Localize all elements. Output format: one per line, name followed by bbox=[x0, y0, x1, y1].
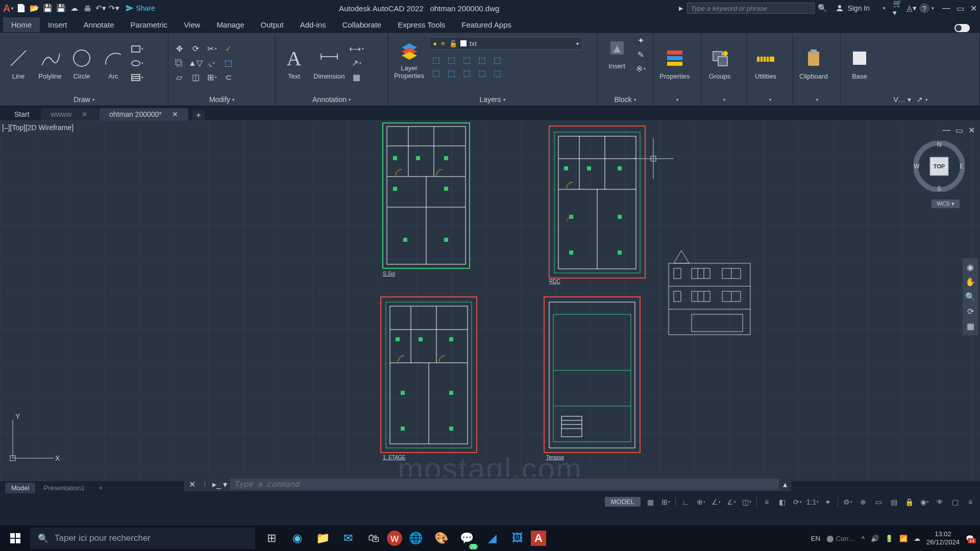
modelspace-toggle[interactable]: MODEL bbox=[605, 497, 641, 507]
tray-volume-icon[interactable]: 🔊 bbox=[871, 535, 879, 542]
utilities-button[interactable]: Utilities bbox=[751, 45, 780, 81]
panel-label-draw[interactable]: Draw bbox=[0, 93, 168, 106]
groups-button[interactable]: Groups bbox=[705, 45, 734, 81]
new-tab-button[interactable]: + bbox=[192, 110, 205, 120]
cmd-history-icon[interactable]: ▴ bbox=[779, 480, 791, 489]
text-tool[interactable]: AText bbox=[280, 45, 308, 81]
panel-label-view[interactable]: V… ▾ ↗ bbox=[841, 93, 979, 106]
tray-overflow-icon[interactable]: ^ bbox=[862, 535, 865, 542]
tab-parametric[interactable]: Parametric bbox=[122, 17, 176, 32]
tab-view[interactable]: View bbox=[176, 17, 208, 32]
insert-button[interactable]: Insert bbox=[603, 35, 631, 74]
edit-attr-icon[interactable]: ※ bbox=[634, 63, 648, 74]
open-icon[interactable]: 📂 bbox=[29, 3, 40, 14]
ortho-icon[interactable]: ∟ bbox=[680, 496, 691, 508]
panel-label-layers[interactable]: Layers bbox=[388, 93, 597, 106]
workspace-icon[interactable]: ⚙ bbox=[842, 496, 853, 508]
grid-icon[interactable]: ▦ bbox=[645, 496, 656, 508]
base-button[interactable]: Base bbox=[845, 45, 874, 81]
layer-properties-button[interactable]: Layer Properties bbox=[392, 37, 426, 81]
orbit-icon[interactable]: ⟳ bbox=[967, 307, 974, 316]
create-block-icon[interactable]: ✦ bbox=[634, 35, 648, 46]
tab-insert[interactable]: Insert bbox=[40, 17, 76, 32]
tab-featured[interactable]: Featured Apps bbox=[453, 17, 520, 32]
undo-icon[interactable]: ↶▾ bbox=[95, 3, 106, 14]
viewcube[interactable]: TOP N E S W bbox=[914, 141, 965, 192]
cart-icon[interactable]: 🛒▾ bbox=[893, 3, 904, 14]
help-search-input[interactable]: Type a keyword or phrase bbox=[687, 3, 815, 14]
model-tab[interactable]: Model bbox=[5, 483, 35, 493]
paint-icon[interactable]: 🎨 bbox=[429, 526, 453, 550]
offset-icon[interactable]: ⊂ bbox=[222, 72, 235, 83]
tab-close-icon[interactable]: ✕ bbox=[82, 110, 88, 118]
store-icon[interactable]: 🛍 bbox=[361, 526, 386, 550]
command-line[interactable]: ✕ ⁝ ▸_ ▾ ▴ bbox=[184, 477, 791, 491]
properties-button[interactable]: Properties bbox=[657, 45, 692, 81]
panel-label-annotation[interactable]: Annotation bbox=[276, 93, 387, 106]
tab-annotate[interactable]: Annotate bbox=[76, 17, 122, 32]
panel-label-modify[interactable]: Modify bbox=[168, 93, 275, 106]
showmotion-icon[interactable]: ▦ bbox=[967, 321, 974, 331]
panel-dd-clipboard[interactable] bbox=[793, 93, 841, 106]
rectangle-icon[interactable] bbox=[131, 43, 144, 55]
mail-icon[interactable]: ✉ bbox=[336, 526, 360, 550]
app-blue-icon[interactable]: ◢ bbox=[480, 526, 504, 550]
layer-tool-9[interactable]: ⬚ bbox=[475, 67, 488, 79]
notification-center-icon[interactable]: 💬14 bbox=[966, 535, 974, 542]
layer-tool-5[interactable]: ⬚ bbox=[491, 54, 504, 65]
tab-addins[interactable]: Add-ins bbox=[292, 17, 334, 32]
app-logo[interactable]: A bbox=[3, 3, 13, 14]
vp-maximize-icon[interactable]: ▭ bbox=[955, 126, 963, 135]
layer-tool-3[interactable]: ⬚ bbox=[460, 54, 473, 65]
pan-icon[interactable]: ✋ bbox=[965, 277, 975, 287]
cmd-drag-handle[interactable]: ⁝ bbox=[201, 480, 209, 489]
explorer-icon[interactable]: 📁 bbox=[310, 526, 335, 550]
file-tab-wwww[interactable]: wwww✕ bbox=[41, 108, 98, 120]
tab-manage[interactable]: Manage bbox=[208, 17, 252, 32]
tab-home[interactable]: Home bbox=[3, 17, 40, 32]
clipboard-button[interactable]: Clipboard bbox=[797, 45, 830, 81]
scale-icon[interactable]: ◫ bbox=[189, 72, 202, 83]
layer-tool-7[interactable]: ⬚ bbox=[445, 67, 458, 79]
vp-close-icon[interactable]: ✕ bbox=[968, 126, 975, 135]
tab-collaborate[interactable]: Collaborate bbox=[334, 17, 389, 32]
hatch-icon[interactable] bbox=[131, 72, 144, 83]
customize-icon[interactable]: ≡ bbox=[965, 496, 976, 508]
tab-close-icon[interactable]: ✕ bbox=[172, 110, 178, 118]
signin-button[interactable]: Sign In ▾ bbox=[835, 4, 886, 13]
edit-block-icon[interactable]: ✎ bbox=[634, 49, 648, 60]
viewport-label[interactable]: [–][Top][2D Wireframe] bbox=[2, 123, 74, 132]
cleanscreen-icon[interactable]: ▢ bbox=[949, 496, 961, 508]
layer-tool-8[interactable]: ⬚ bbox=[460, 67, 473, 79]
line-tool[interactable]: Line bbox=[4, 45, 33, 81]
navigation-bar[interactable]: ◉ ✋ 🔍 ⟳ ▦ bbox=[963, 258, 978, 335]
annomon-icon[interactable]: ✦ bbox=[822, 496, 834, 508]
hwacc-icon[interactable]: ◉ bbox=[919, 496, 930, 508]
language-indicator[interactable]: EN bbox=[811, 535, 820, 542]
photos-icon[interactable]: 🖼 bbox=[505, 526, 530, 550]
close-button[interactable]: ✕ bbox=[970, 4, 977, 13]
panel-dd-utilities[interactable] bbox=[747, 93, 793, 106]
restore-button[interactable]: ▭ bbox=[957, 4, 964, 13]
linear-icon[interactable]: ⟷ bbox=[350, 43, 363, 55]
full-nav-icon[interactable]: ◉ bbox=[967, 262, 974, 272]
ellipse-icon[interactable] bbox=[131, 58, 144, 69]
snap-icon[interactable]: ⊞ bbox=[660, 496, 671, 508]
autocad-icon[interactable]: A bbox=[531, 531, 546, 546]
panel-dd-properties[interactable] bbox=[653, 93, 701, 106]
file-tab-start[interactable]: Start bbox=[4, 108, 40, 120]
tray-clock[interactable]: 13:02 26/12/2024 bbox=[926, 530, 960, 546]
tray-hidden-app[interactable]: ⬤ Corr… bbox=[826, 535, 855, 542]
circle-tool[interactable]: Circle bbox=[67, 45, 96, 81]
a360-icon[interactable]: ◬▾ bbox=[906, 3, 917, 14]
layer-tool-4[interactable]: ⬚ bbox=[475, 54, 488, 65]
annoscale-icon[interactable]: 1:1 bbox=[807, 496, 818, 508]
trim-icon[interactable]: ✂ bbox=[205, 43, 218, 55]
drawing-canvas[interactable]: S.Sol RDC bbox=[0, 120, 980, 481]
isolate-icon[interactable]: 👁 bbox=[934, 496, 945, 508]
copy-icon[interactable]: ⿻ bbox=[173, 58, 186, 69]
saveas-icon[interactable]: 💾 bbox=[55, 3, 66, 14]
command-input[interactable] bbox=[230, 479, 779, 490]
fillet-icon[interactable]: ◟ bbox=[205, 58, 218, 69]
whatsapp-icon[interactable]: 💬20 bbox=[454, 526, 479, 550]
